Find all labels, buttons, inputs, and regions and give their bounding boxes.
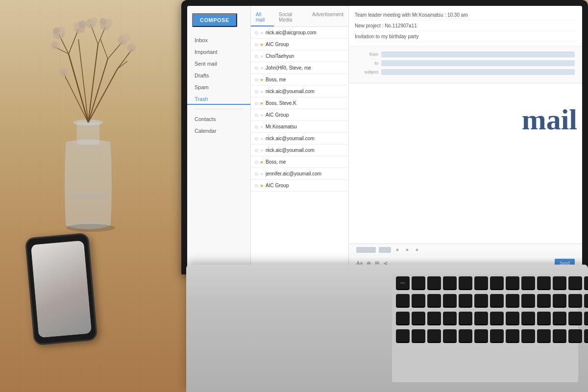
star-icon[interactable]: ★: [260, 113, 264, 118]
list-item[interactable]: ★ AIC Group: [251, 180, 348, 192]
key-f3[interactable]: [443, 276, 457, 290]
tab-all-mail[interactable]: All mail: [251, 10, 274, 26]
key-k[interactable]: [521, 329, 535, 343]
list-item[interactable]: ★ nick.aic@aicgroup.com: [251, 27, 348, 39]
key-q[interactable]: [412, 312, 425, 325]
key-7[interactable]: [506, 294, 519, 308]
tab-advertisement[interactable]: Advertisement: [307, 10, 348, 26]
key-f7[interactable]: [506, 276, 519, 290]
star-icon[interactable]: ★: [260, 42, 264, 47]
key-p[interactable]: [553, 312, 566, 325]
list-item[interactable]: ★ ChoiTaehyun: [251, 50, 348, 62]
align-right-button[interactable]: ≡: [414, 247, 420, 253]
key-esc[interactable]: esc: [396, 276, 410, 290]
key-f8[interactable]: [521, 276, 535, 290]
key-a[interactable]: [412, 329, 425, 343]
key-1[interactable]: [412, 294, 425, 308]
sidebar-item-spam[interactable]: Spam: [187, 81, 250, 93]
star-icon[interactable]: ★: [260, 136, 264, 141]
key-j[interactable]: [506, 329, 519, 343]
subject-input[interactable]: [381, 69, 575, 75]
list-item[interactable]: ★ jennifer.aic@youmail.com: [251, 168, 348, 180]
list-item[interactable]: ★ nick.aic@youmail.com: [251, 133, 348, 145]
key-t[interactable]: [474, 312, 488, 325]
key-2[interactable]: [427, 294, 441, 308]
key-bracket-l[interactable]: [568, 312, 582, 325]
key-s[interactable]: [427, 329, 441, 343]
star-icon[interactable]: ★: [260, 101, 264, 106]
star-icon[interactable]: ★: [260, 30, 264, 35]
key-3[interactable]: [443, 294, 457, 308]
key-f9[interactable]: [537, 276, 551, 290]
key-tab[interactable]: [396, 312, 410, 325]
compose-button[interactable]: COMPOSE: [192, 13, 237, 27]
key-semicolon[interactable]: [553, 329, 566, 343]
sidebar-item-inbox[interactable]: Inbox: [187, 34, 250, 46]
key-h[interactable]: [490, 329, 504, 343]
to-input[interactable]: [381, 60, 575, 66]
key-9[interactable]: [537, 294, 551, 308]
sidebar-item-trash[interactable]: Trash: [187, 93, 250, 105]
font-selector[interactable]: [356, 247, 376, 253]
align-left-button[interactable]: ≡: [394, 247, 401, 253]
sidebar-item-drafts[interactable]: Drafts: [187, 70, 250, 81]
tab-social-media[interactable]: Social Media: [274, 10, 307, 26]
key-l[interactable]: [537, 329, 551, 343]
sidebar-item-contacts[interactable]: Contacts: [187, 113, 250, 125]
key-f10[interactable]: [553, 276, 566, 290]
star-icon[interactable]: ★: [260, 66, 264, 71]
key-bracket-r[interactable]: [584, 312, 588, 325]
key-o[interactable]: [537, 312, 551, 325]
list-item[interactable]: ★ nick.aic@youmail.com: [251, 145, 348, 156]
sidebar-item-sent[interactable]: Sent mail: [187, 58, 250, 70]
key-equal[interactable]: [584, 294, 588, 308]
key-f2[interactable]: [427, 276, 441, 290]
key-r[interactable]: [459, 312, 472, 325]
key-minus[interactable]: [568, 294, 582, 308]
key-f11[interactable]: [568, 276, 582, 290]
key-quote[interactable]: [568, 329, 582, 343]
list-item[interactable]: ★ Mr.Kosamatsu: [251, 121, 348, 133]
star-icon[interactable]: ★: [260, 124, 264, 129]
sidebar-item-calendar[interactable]: Calendar: [187, 125, 250, 137]
key-tilde[interactable]: [396, 294, 410, 308]
key-f6[interactable]: [490, 276, 504, 290]
star-icon[interactable]: ★: [260, 148, 264, 153]
key-6[interactable]: [490, 294, 504, 308]
key-u[interactable]: [506, 312, 519, 325]
key-e[interactable]: [443, 312, 457, 325]
sidebar-item-important[interactable]: Important: [187, 46, 250, 58]
key-f1[interactable]: [412, 276, 425, 290]
key-g[interactable]: [474, 329, 488, 343]
star-icon[interactable]: ★: [260, 183, 264, 188]
key-w[interactable]: [427, 312, 441, 325]
key-5[interactable]: [474, 294, 488, 308]
list-item[interactable]: ★ nick.aic@youmail.com: [251, 86, 348, 98]
key-capslock[interactable]: [396, 329, 410, 343]
font-size-selector[interactable]: [379, 247, 391, 253]
key-4[interactable]: [459, 294, 472, 308]
list-item[interactable]: ★ John(HRI, Steve, me: [251, 62, 348, 74]
key-i[interactable]: [521, 312, 535, 325]
key-enter[interactable]: [584, 329, 588, 343]
list-item[interactable]: ★ Boss, me: [251, 74, 348, 86]
key-8[interactable]: [521, 294, 535, 308]
star-icon[interactable]: ★: [260, 160, 264, 165]
key-d[interactable]: [443, 329, 457, 343]
align-center-button[interactable]: ≡: [404, 247, 411, 253]
key-f[interactable]: [459, 329, 472, 343]
list-item[interactable]: ★ AIC Group: [251, 39, 348, 50]
key-f5[interactable]: [474, 276, 488, 290]
list-item[interactable]: ★ AIC Group: [251, 109, 348, 121]
star-icon[interactable]: ★: [260, 77, 264, 82]
key-y[interactable]: [490, 312, 504, 325]
from-input[interactable]: [381, 51, 575, 57]
key-0[interactable]: [553, 294, 566, 308]
key-f12[interactable]: [584, 276, 588, 290]
list-item[interactable]: ★ Boss, me: [251, 156, 348, 168]
list-item[interactable]: ★ Boss, Steve.K: [251, 98, 348, 109]
star-icon[interactable]: ★: [260, 54, 264, 59]
key-f4[interactable]: [459, 276, 472, 290]
star-icon[interactable]: ★: [260, 172, 264, 176]
star-icon[interactable]: ★: [260, 89, 264, 94]
